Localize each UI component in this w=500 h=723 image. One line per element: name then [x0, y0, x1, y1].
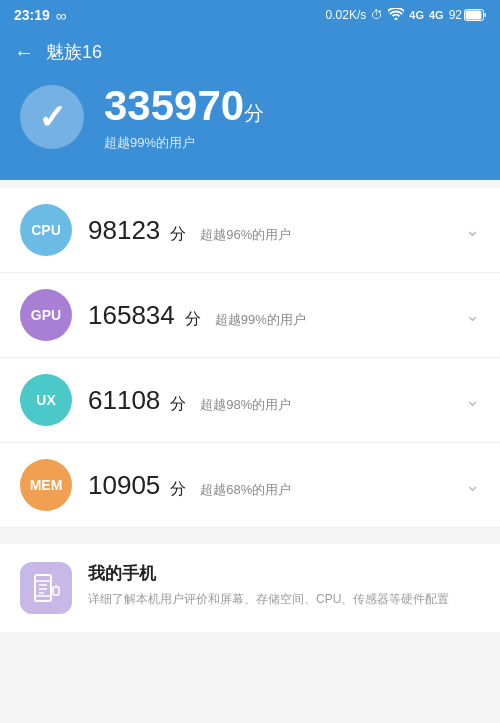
- metrics-list: CPU 98123分 超越96%的用户 ⌄ GPU 165834分 超越99%的…: [0, 188, 500, 528]
- signal-4g-icon2: 4G: [429, 9, 444, 21]
- metric-percentile-mem: 超越68%的用户: [200, 481, 291, 499]
- my-phone-text: 我的手机 详细了解本机用户评价和屏幕、存储空间、CPU、传感器等硬件配置: [88, 562, 449, 608]
- score-banner: ✓ 335970分 超越99%的用户: [0, 64, 500, 180]
- clock-icon: ⏱: [371, 8, 383, 22]
- chevron-icon-ux: ⌄: [465, 389, 480, 411]
- my-phone-card[interactable]: 我的手机 详细了解本机用户评价和屏幕、存储空间、CPU、传感器等硬件配置: [0, 544, 500, 632]
- status-infinity: ∞: [56, 7, 67, 24]
- wifi-icon: [388, 8, 404, 23]
- back-button[interactable]: ←: [14, 41, 34, 64]
- metric-score-mem: 10905: [88, 470, 160, 501]
- speed-value: 0.02K/s: [326, 8, 367, 22]
- svg-rect-8: [53, 587, 59, 595]
- app-header: ← 魅族16: [0, 30, 500, 64]
- metric-row-mem[interactable]: MEM 10905分 超越68%的用户 ⌄: [0, 443, 500, 528]
- metric-badge-cpu: CPU: [20, 204, 72, 256]
- metric-badge-ux: UX: [20, 374, 72, 426]
- metric-row-gpu[interactable]: GPU 165834分 超越99%的用户 ⌄: [0, 273, 500, 358]
- metric-badge-mem: MEM: [20, 459, 72, 511]
- battery-value: 92: [449, 8, 462, 22]
- battery-icon: 92: [449, 8, 486, 22]
- score-info: 335970分 超越99%的用户: [104, 82, 264, 152]
- metric-score-cpu: 98123: [88, 215, 160, 246]
- section-gap-2: [0, 528, 500, 536]
- metric-content-mem: 10905分 超越68%的用户: [88, 470, 465, 501]
- my-phone-icon: [20, 562, 72, 614]
- chevron-icon-gpu: ⌄: [465, 304, 480, 326]
- metric-content-cpu: 98123分 超越96%的用户: [88, 215, 465, 246]
- score-percentile: 超越99%的用户: [104, 134, 264, 152]
- status-time: 23:19: [14, 7, 50, 23]
- status-left: 23:19 ∞: [14, 7, 67, 24]
- my-phone-title: 我的手机: [88, 562, 449, 585]
- metric-percentile-gpu: 超越99%的用户: [215, 311, 306, 329]
- metric-percentile-cpu: 超越96%的用户: [200, 226, 291, 244]
- svg-rect-2: [35, 575, 51, 601]
- metric-badge-gpu: GPU: [20, 289, 72, 341]
- signal-4g-icon: 4G: [409, 9, 424, 21]
- my-phone-description: 详细了解本机用户评价和屏幕、存储空间、CPU、传感器等硬件配置: [88, 590, 449, 608]
- chevron-icon-cpu: ⌄: [465, 219, 480, 241]
- metric-score-gpu: 165834: [88, 300, 175, 331]
- chevron-icon-mem: ⌄: [465, 474, 480, 496]
- metric-row-cpu[interactable]: CPU 98123分 超越96%的用户 ⌄: [0, 188, 500, 273]
- status-right: 0.02K/s ⏱ 4G 4G 92: [326, 8, 486, 23]
- svg-rect-1: [466, 11, 482, 20]
- total-score: 335970分: [104, 82, 264, 130]
- status-bar: 23:19 ∞ 0.02K/s ⏱ 4G 4G 92: [0, 0, 500, 30]
- metric-score-ux: 61108: [88, 385, 160, 416]
- page-title: 魅族16: [46, 40, 102, 64]
- metric-content-gpu: 165834分 超越99%的用户: [88, 300, 465, 331]
- metric-row-ux[interactable]: UX 61108分 超越98%的用户 ⌄: [0, 358, 500, 443]
- metric-percentile-ux: 超越98%的用户: [200, 396, 291, 414]
- score-check-icon: ✓: [20, 85, 84, 149]
- metric-content-ux: 61108分 超越98%的用户: [88, 385, 465, 416]
- section-gap: [0, 180, 500, 188]
